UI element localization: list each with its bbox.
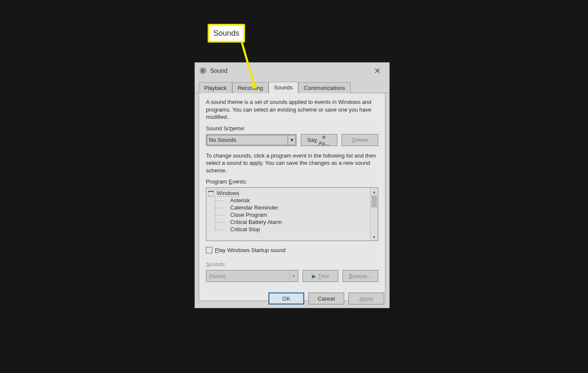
tree-root-label: Windows <box>217 190 239 196</box>
tab-sounds[interactable]: Sounds <box>268 82 298 93</box>
ok-button[interactable]: OK <box>268 293 304 304</box>
program-events-listbox[interactable]: Windows AsteriskCalendar ReminderClose P… <box>206 187 378 241</box>
callout-tag: Sounds <box>208 24 245 43</box>
svg-rect-5 <box>208 191 214 192</box>
event-item[interactable]: Critical Stop <box>208 226 368 233</box>
startup-sound-row: Play Windows Startup sound <box>206 247 378 253</box>
tab-playback[interactable]: Playback <box>199 82 232 93</box>
close-icon <box>375 68 380 73</box>
scroll-thumb[interactable] <box>371 195 377 207</box>
event-item[interactable]: Critical Battery Alarm <box>208 218 368 226</box>
test-button: ▶Test <box>303 270 338 282</box>
tab-communications[interactable]: Communications <box>298 82 351 93</box>
close-button[interactable] <box>368 64 387 77</box>
sound-dialog: Sound Playback Recording Sounds Communic… <box>194 62 390 308</box>
scroll-down-icon[interactable]: ▾ <box>371 233 378 241</box>
tab-content: A sound theme is a set of sounds applied… <box>199 93 385 301</box>
apply-button: Apply <box>348 293 384 304</box>
scheme-value: No Sounds <box>209 137 285 143</box>
window-title: Sound <box>210 67 368 74</box>
sounds-label: Sounds: <box>206 261 378 267</box>
change-description: To change sounds, click a program event … <box>206 152 378 175</box>
scrollbar[interactable]: ▴ ▾ <box>370 188 378 241</box>
scroll-up-icon[interactable]: ▴ <box>371 188 378 195</box>
play-icon: ▶ <box>312 273 316 279</box>
callout-label: Sounds <box>213 29 239 38</box>
tree-root-windows[interactable]: Windows <box>208 189 239 197</box>
event-item[interactable]: Calendar Reminder <box>208 204 368 211</box>
sound-value: (None) <box>209 273 287 279</box>
chevron-down-icon: ▾ <box>289 270 295 281</box>
event-item[interactable]: Close Program <box>208 211 368 218</box>
tabs: Playback Recording Sounds Communications <box>195 79 389 93</box>
startup-sound-checkbox[interactable] <box>206 247 212 253</box>
windows-icon <box>208 191 214 196</box>
title-bar: Sound <box>195 63 389 79</box>
events-label: Program Events: <box>206 178 378 185</box>
event-item[interactable]: Asterisk <box>208 197 368 204</box>
dialog-footer: OK Cancel Apply <box>268 293 384 304</box>
scheme-combobox[interactable]: No Sounds ▾ <box>206 134 297 146</box>
chevron-down-icon: ▾ <box>288 135 294 146</box>
startup-sound-label: Play Windows Startup sound <box>215 247 285 253</box>
theme-description: A sound theme is a set of sounds applied… <box>206 98 378 121</box>
delete-button: Delete <box>342 134 378 146</box>
sound-combobox: (None) ▾ <box>206 270 298 282</box>
browse-button: Browse... <box>343 270 378 282</box>
cancel-button[interactable]: Cancel <box>308 293 344 304</box>
save-as-button[interactable]: Save As... <box>301 134 337 146</box>
sound-icon <box>199 67 207 75</box>
tab-recording[interactable]: Recording <box>232 82 268 93</box>
scheme-label: Sound Scheme: <box>206 125 378 132</box>
